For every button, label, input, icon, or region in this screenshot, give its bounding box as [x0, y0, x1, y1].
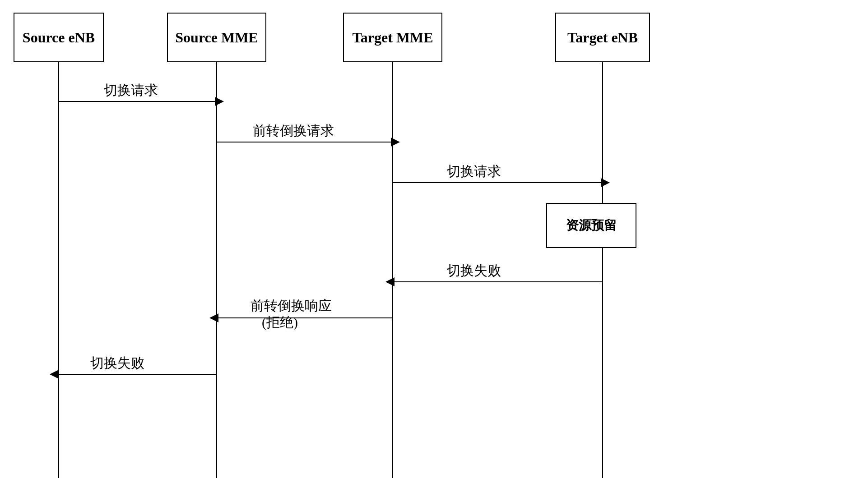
svg-marker-5	[215, 97, 224, 106]
target-mme-box: Target MME	[343, 13, 442, 62]
svg-marker-14	[385, 277, 395, 286]
target-enb-box: Target eNB	[555, 13, 650, 62]
resource-reservation-box: 资源预留	[546, 203, 636, 248]
diagram-container: 切换请求 前转倒换请求 切换请求 切换失败 前转倒换响应 (拒绝) 切换失败 S…	[0, 0, 868, 478]
svg-text:切换失败: 切换失败	[90, 355, 144, 370]
source-enb-box: Source eNB	[14, 13, 104, 62]
svg-marker-11	[601, 178, 610, 187]
target-enb-label: Target eNB	[567, 29, 638, 46]
svg-text:前转倒换请求: 前转倒换请求	[253, 123, 334, 138]
svg-text:切换请求: 切换请求	[104, 83, 158, 97]
resource-reservation-label: 资源预留	[566, 217, 617, 234]
sequence-diagram-svg: 切换请求 前转倒换请求 切换请求 切换失败 前转倒换响应 (拒绝) 切换失败	[0, 0, 868, 478]
source-enb-label: Source eNB	[23, 29, 95, 46]
source-mme-box: Source MME	[167, 13, 266, 62]
svg-text:前转倒换响应: 前转倒换响应	[251, 298, 332, 313]
svg-text:切换失败: 切换失败	[447, 263, 501, 278]
svg-text:(拒绝): (拒绝)	[262, 315, 298, 330]
source-mme-label: Source MME	[175, 29, 258, 46]
svg-marker-21	[50, 370, 59, 379]
target-mme-label: Target MME	[352, 29, 433, 46]
svg-marker-8	[391, 138, 400, 147]
svg-text:切换请求: 切换请求	[447, 164, 501, 179]
svg-marker-17	[209, 313, 218, 322]
